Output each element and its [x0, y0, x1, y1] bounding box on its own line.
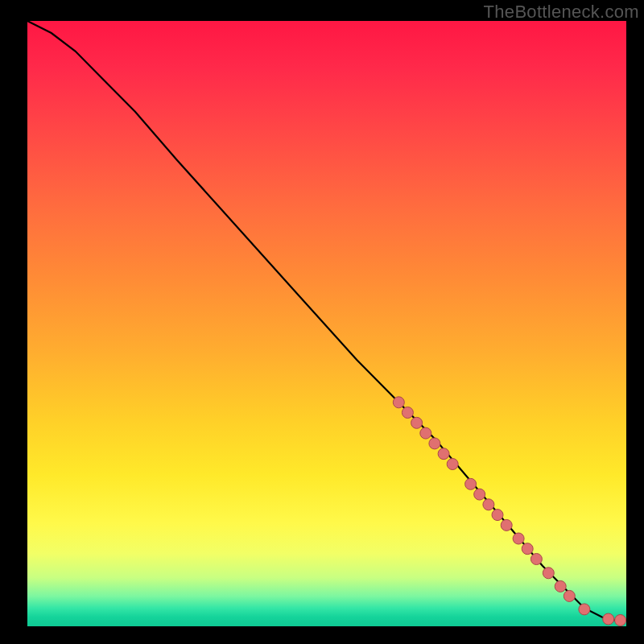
data-point — [579, 604, 590, 615]
data-point — [522, 543, 533, 555]
data-point — [513, 533, 524, 544]
data-point — [501, 519, 512, 530]
data-point — [429, 438, 440, 449]
data-point — [483, 499, 494, 510]
data-point — [543, 568, 554, 579]
data-point — [447, 459, 458, 470]
data-point — [615, 615, 626, 626]
data-point — [438, 448, 449, 460]
chart-svg — [27, 21, 626, 626]
data-point — [530, 554, 542, 565]
bottleneck-curve — [27, 21, 626, 621]
data-point — [474, 489, 485, 500]
chart-frame: TheBottleneck.com — [0, 0, 644, 644]
points-layer — [393, 397, 625, 626]
curve-layer — [27, 21, 626, 621]
data-point — [492, 510, 503, 521]
data-point — [465, 478, 477, 489]
data-point — [393, 397, 404, 408]
data-point — [603, 613, 614, 625]
data-point — [564, 590, 575, 601]
plot-area — [27, 21, 626, 626]
watermark-text: TheBottleneck.com — [484, 2, 639, 23]
data-point — [411, 417, 423, 428]
data-point — [555, 580, 566, 592]
data-point — [402, 407, 413, 419]
data-point — [420, 427, 431, 439]
